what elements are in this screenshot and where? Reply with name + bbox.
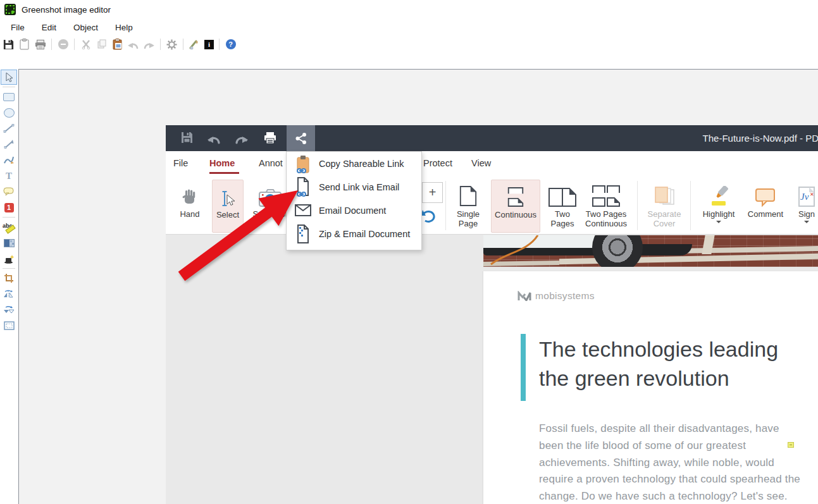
active-tab-underline: [209, 172, 239, 174]
external-command-icon[interactable]: [189, 39, 201, 51]
pdf-tabrow: File Home Annot Protect View: [166, 151, 818, 178]
window-title: Greenshot image editor: [22, 5, 111, 15]
article-body: Fossil fuels, despite all their disadvan…: [539, 421, 812, 504]
menu-item-zip-and-email-document[interactable]: Zip & Email Document: [287, 223, 421, 245]
undo-icon[interactable]: [127, 39, 139, 51]
pdf-document-area: mobisystems The technologies leading the…: [166, 235, 818, 504]
captured-screenshot: The-Future-is-Now.pdf - PD File Home Ann…: [166, 125, 818, 504]
single-page-icon: [459, 182, 478, 207]
ribbon-separator: [445, 181, 446, 230]
snapshot-camera-icon: [258, 182, 282, 207]
rotate-page-icon[interactable]: [419, 209, 437, 228]
car-photo: [483, 235, 818, 267]
print-icon[interactable]: [34, 39, 46, 51]
copy-icon[interactable]: [96, 39, 108, 51]
ellipse-tool[interactable]: [1, 105, 17, 120]
menu-item-send-link-via-email[interactable]: Send Link via Email: [287, 176, 421, 199]
pdf-tab-file[interactable]: File: [173, 158, 188, 168]
highlight-button[interactable]: Highlight: [700, 180, 737, 233]
greenshot-toolbar: i ?: [0, 36, 445, 52]
line-tool[interactable]: [1, 121, 17, 136]
clipboard-icon[interactable]: [18, 39, 30, 51]
flip-tool[interactable]: [1, 286, 17, 302]
settings-icon[interactable]: [166, 39, 178, 51]
menu-object[interactable]: Object: [73, 23, 98, 32]
pointer-tool[interactable]: [1, 70, 17, 85]
arrow-tool[interactable]: [1, 137, 17, 152]
zoom-in-button[interactable]: +: [422, 182, 443, 203]
comment-icon: [755, 182, 776, 207]
zip-file-icon: [295, 224, 311, 243]
share-menu: Copy Shareable Link Send Link via Email …: [286, 151, 422, 250]
screen: Greenshot image editor File Edit Object …: [0, 0, 818, 504]
freehand-tool[interactable]: [1, 152, 17, 168]
crop-tool[interactable]: [1, 271, 17, 286]
cut-icon[interactable]: [80, 39, 92, 51]
pdf-share-button[interactable]: [287, 125, 315, 151]
pdf-save-icon[interactable]: [181, 132, 193, 144]
two-pages-continuous-button[interactable]: Two Pages Continuous: [578, 180, 634, 233]
comment-button[interactable]: Comment: [745, 180, 786, 233]
mobisystems-logo-icon: [517, 291, 531, 301]
select-button[interactable]: Select: [212, 180, 244, 233]
sign-button[interactable]: Jv✕ Sign: [791, 180, 818, 233]
share-icon: [295, 132, 307, 145]
svg-text:✕: ✕: [810, 192, 814, 197]
single-page-button[interactable]: Single Page: [450, 180, 486, 233]
ribbon-separator: [637, 181, 638, 230]
greenshot-titlebar: Greenshot image editor: [0, 0, 818, 19]
hand-button[interactable]: Hand: [175, 180, 205, 233]
heading-accent-bar: [521, 334, 526, 401]
chevron-down-icon: [804, 221, 809, 226]
effects-tool[interactable]: [1, 251, 17, 266]
text-tool[interactable]: T: [1, 168, 17, 183]
snapshot-button[interactable]: Snapshot: [251, 180, 290, 233]
pdf-tab-view[interactable]: View: [471, 158, 491, 168]
pdf-tab-home[interactable]: Home: [209, 158, 235, 168]
pdf-undo-icon[interactable]: [206, 132, 221, 144]
continuous-button[interactable]: Continuous: [491, 180, 540, 233]
delete-icon[interactable]: [57, 39, 69, 51]
sign-icon: Jv✕: [796, 182, 817, 207]
menu-item-copy-shareable-link[interactable]: Copy Shareable Link: [287, 152, 421, 175]
greenshot-menubar: File Edit Object Help: [0, 19, 818, 36]
speechbubble-tool[interactable]: [1, 184, 17, 199]
toolbar-separator: [74, 39, 75, 50]
car-wheel: [592, 235, 643, 267]
toolbar-separator: [219, 39, 220, 50]
toolbar-separator: [160, 39, 161, 50]
save-icon[interactable]: [3, 39, 15, 51]
tool-palette: T 1 abc: [0, 70, 18, 333]
redo-icon[interactable]: [143, 39, 155, 51]
pdf-ribbon: Hand Select Snapshot + Single Page: [166, 178, 818, 235]
help-icon[interactable]: ?: [225, 39, 237, 51]
pdf-tab-protect[interactable]: Protect: [423, 158, 452, 168]
brand-logo: mobisystems: [517, 290, 595, 302]
info-plugin-icon[interactable]: i: [204, 40, 214, 49]
paste-icon[interactable]: [111, 39, 123, 51]
palette-separator: [3, 268, 15, 269]
menu-file[interactable]: File: [11, 23, 25, 32]
menu-help[interactable]: Help: [115, 23, 133, 32]
ribbon-separator: [690, 181, 691, 230]
counter-tool[interactable]: 1: [1, 200, 17, 215]
chevron-down-icon: [716, 221, 721, 226]
rectangle-tool[interactable]: [1, 89, 17, 104]
separate-cover-button[interactable]: Separate Cover: [641, 180, 687, 233]
editor-canvas[interactable]: The-Future-is-Now.pdf - PD File Home Ann…: [18, 69, 818, 504]
resize-canvas-tool[interactable]: [1, 318, 17, 333]
separate-cover-icon: [653, 182, 676, 207]
menu-item-email-document[interactable]: Email Document: [287, 199, 421, 222]
pdf-tab-annotate[interactable]: Annot: [259, 158, 283, 168]
two-pages-button[interactable]: Two Pages: [545, 180, 580, 233]
pdf-document-title: The-Future-is-Now.pdf - PD: [703, 125, 818, 151]
parking-line: [673, 246, 818, 254]
obfuscate-tool[interactable]: [1, 235, 17, 250]
pdf-redo-icon[interactable]: [235, 132, 249, 144]
palette-separator: [3, 87, 15, 87]
highlight-annotation-marker[interactable]: [788, 442, 794, 448]
menu-edit[interactable]: Edit: [42, 23, 56, 32]
rotate-tool[interactable]: [1, 302, 17, 317]
pdf-print-icon[interactable]: [263, 132, 277, 144]
highlight-tool[interactable]: abc: [1, 219, 17, 235]
